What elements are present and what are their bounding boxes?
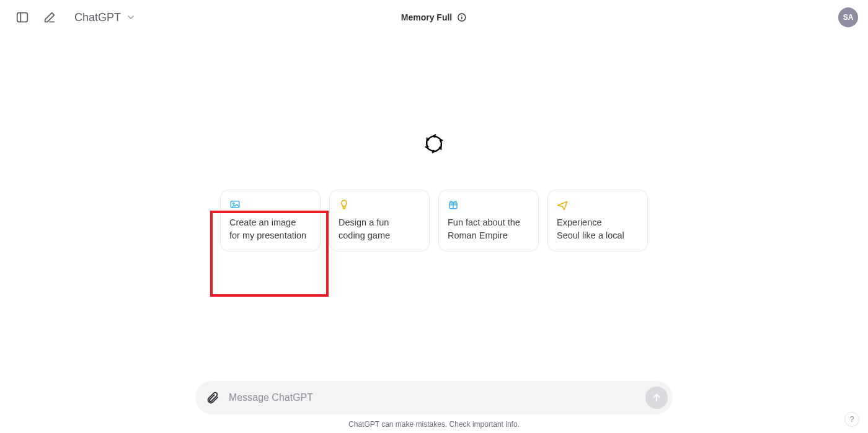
message-input[interactable] <box>228 391 639 404</box>
svg-point-4 <box>462 15 463 16</box>
gift-icon <box>448 199 459 210</box>
paperclip-icon <box>206 391 219 405</box>
chevron-down-icon <box>126 12 136 22</box>
composer <box>195 381 673 414</box>
model-switcher[interactable]: ChatGPT <box>71 9 140 27</box>
attach-button[interactable] <box>204 389 221 406</box>
arrow-up-icon <box>651 392 662 403</box>
panel-icon <box>16 11 29 24</box>
plane-icon <box>557 199 568 210</box>
compose-icon <box>43 11 56 24</box>
avatar[interactable]: SA <box>838 7 858 27</box>
svg-rect-0 <box>17 13 28 22</box>
card-design-game[interactable]: Design a fun coding game <box>329 190 430 251</box>
card-seoul-local[interactable]: Experience Seoul like a local <box>547 190 648 251</box>
main: Create an image for my presentation Desi… <box>0 35 868 433</box>
footnote: ChatGPT can make mistakes. Check importa… <box>0 420 868 429</box>
memory-status-label: Memory Full <box>401 12 452 22</box>
bulb-icon <box>339 199 350 210</box>
help-button[interactable]: ? <box>844 412 859 427</box>
sidebar-toggle-button[interactable] <box>12 7 32 27</box>
model-label: ChatGPT <box>74 11 121 24</box>
header: ChatGPT Memory Full SA <box>0 0 868 35</box>
card-label: Fun fact about the Roman Empire <box>448 216 529 242</box>
openai-logo-icon <box>419 129 449 159</box>
header-left: ChatGPT <box>12 7 140 27</box>
svg-point-6 <box>233 203 234 204</box>
avatar-initials: SA <box>843 13 854 22</box>
card-label: Create an image for my presentation <box>229 216 311 242</box>
card-roman-empire[interactable]: Fun fact about the Roman Empire <box>438 190 539 251</box>
info-icon <box>457 12 467 22</box>
card-label: Experience Seoul like a local <box>557 216 639 242</box>
card-label: Design a fun coding game <box>339 216 420 242</box>
input-bar <box>195 381 673 414</box>
help-label: ? <box>850 415 854 424</box>
card-create-image[interactable]: Create an image for my presentation <box>220 190 321 251</box>
image-icon <box>229 199 241 210</box>
new-chat-button[interactable] <box>40 7 60 27</box>
app-logo <box>419 129 449 159</box>
suggestion-cards: Create an image for my presentation Desi… <box>220 190 648 251</box>
memory-status[interactable]: Memory Full <box>401 0 467 35</box>
send-button[interactable] <box>645 387 668 409</box>
